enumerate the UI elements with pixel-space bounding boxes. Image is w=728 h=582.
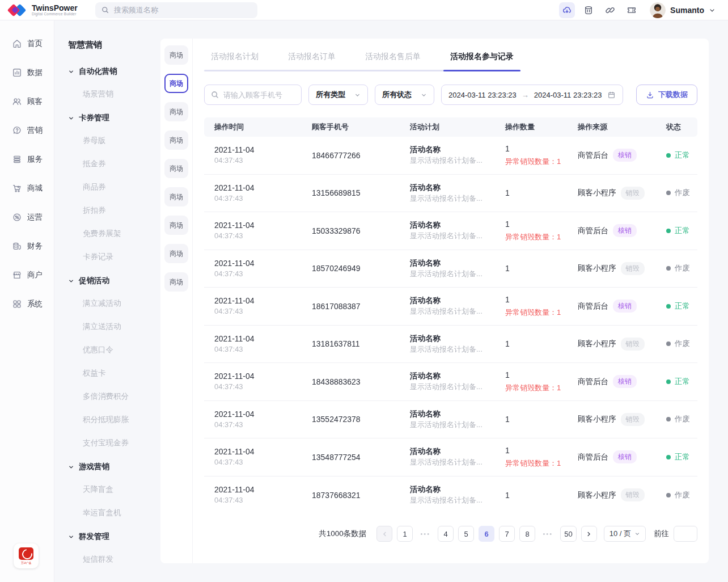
menu-group-header[interactable]: 自动化营销 xyxy=(68,66,160,77)
row-plan-title: 活动名称 xyxy=(410,371,505,381)
user-menu[interactable]: Sumanto xyxy=(650,2,716,18)
page-button-1[interactable]: 1 xyxy=(397,526,413,542)
menu-item[interactable]: 商品券 xyxy=(68,182,160,193)
primary-nav-item[interactable]: 顾客 xyxy=(0,95,54,108)
menu-item[interactable]: 优惠口令 xyxy=(68,345,160,356)
global-search-input[interactable] xyxy=(114,6,252,14)
menu-item[interactable]: 卡券记录 xyxy=(68,252,160,263)
menu-item[interactable]: 折扣券 xyxy=(68,205,160,217)
cell-plan: 活动名称 显示活动报名计划备... xyxy=(410,296,505,317)
menu-item[interactable]: 幸运盲盒机 xyxy=(68,508,160,519)
table-row: 2021-11-04 04:37:43 18617088387 活动名称 显示活… xyxy=(204,288,697,326)
next-page-button[interactable] xyxy=(581,526,597,542)
tab-活动报名售后单[interactable]: 活动报名售后单 xyxy=(358,48,428,71)
primary-nav-item[interactable]: 数据 xyxy=(0,66,54,79)
row-plan-sub: 显示活动报名计划备... xyxy=(410,344,505,355)
page-button-8[interactable]: 8 xyxy=(519,526,535,542)
global-search[interactable] xyxy=(95,2,257,18)
page-ellipsis[interactable]: ••• xyxy=(417,530,433,537)
status-select[interactable]: 所有状态 xyxy=(375,85,434,105)
menu-group-header[interactable]: 卡券管理 xyxy=(68,112,160,124)
menu-group-header[interactable]: 游戏营销 xyxy=(68,461,160,473)
page-button-4[interactable]: 4 xyxy=(438,526,454,542)
mall-badge[interactable]: 商场 xyxy=(164,159,188,178)
page-button-5[interactable]: 5 xyxy=(458,526,474,542)
row-date: 2021-11-04 xyxy=(214,334,312,344)
page-button-50[interactable]: 50 xyxy=(560,526,576,542)
type-select[interactable]: 所有类型 xyxy=(308,85,368,105)
row-qty: 1 xyxy=(505,263,578,273)
row-source-badge: 核销 xyxy=(613,149,637,162)
tab-活动报名计划[interactable]: 活动报名计划 xyxy=(204,48,265,71)
menu-group-header[interactable]: 群发管理 xyxy=(68,531,160,542)
mall-badge[interactable]: 商场 xyxy=(164,130,188,150)
menu-item[interactable]: 场景营销 xyxy=(68,89,160,100)
primary-nav-item[interactable]: 商城 xyxy=(0,182,54,195)
status-dot-icon xyxy=(666,229,671,233)
date-range-arrow: → xyxy=(522,91,529,99)
page-button-7[interactable]: 7 xyxy=(499,526,515,542)
ticket-button[interactable] xyxy=(624,2,640,18)
row-date: 2021-11-04 xyxy=(214,484,312,495)
prev-page-button[interactable] xyxy=(376,526,392,542)
row-plan-sub: 显示活动报名计划备... xyxy=(410,420,505,430)
page-button-6[interactable]: 6 xyxy=(479,526,494,542)
menu-item[interactable]: 多倍消费积分 xyxy=(68,391,160,403)
row-source: 顾客小程序 xyxy=(578,339,616,349)
status-dot-icon xyxy=(666,153,671,158)
menu-item[interactable]: 满立减活动 xyxy=(68,298,160,310)
mall-badge[interactable]: 商场 xyxy=(164,74,188,93)
service-icon xyxy=(12,154,22,165)
menu-item[interactable]: 抵金券 xyxy=(68,159,160,170)
menu-item[interactable]: 支付宝现金券 xyxy=(68,438,160,449)
phone-search-field[interactable] xyxy=(204,85,302,105)
user-name: Sumanto xyxy=(670,6,704,15)
mall-badge[interactable]: 商场 xyxy=(164,45,188,65)
link-button[interactable] xyxy=(602,2,618,18)
page-size-select[interactable]: 10 / 页 xyxy=(604,526,646,542)
menu-group-header[interactable]: 促销活动 xyxy=(68,275,160,286)
col-header: 状态 xyxy=(666,122,697,132)
primary-nav-item[interactable]: 财务 xyxy=(0,240,54,252)
database-button[interactable] xyxy=(581,2,596,18)
row-qty-alert: 异常销毁数量：1 xyxy=(505,307,578,318)
date-range-picker[interactable]: 2024-03-11 23:23:23 → 2024-03-11 23:23:2… xyxy=(441,85,623,105)
cell-source: 商管后台 核销 xyxy=(578,224,666,237)
mall-badge[interactable]: 商场 xyxy=(164,244,188,263)
cell-status: 正常 xyxy=(666,226,697,236)
goto-page-input[interactable] xyxy=(674,526,697,542)
chevron-down-icon xyxy=(354,92,361,98)
row-source-badge: 销毁 xyxy=(621,338,645,351)
primary-nav-item[interactable]: 首页 xyxy=(0,37,54,50)
download-data-button[interactable]: 下载数据 xyxy=(636,85,697,105)
row-source: 商管后台 xyxy=(578,226,608,236)
primary-nav-item[interactable]: 服务 xyxy=(0,153,54,166)
tab-活动报名订单[interactable]: 活动报名订单 xyxy=(281,48,342,71)
cell-status: 正常 xyxy=(666,377,697,387)
merchant-icon xyxy=(12,270,22,280)
primary-nav-item[interactable]: 运营 xyxy=(0,211,54,223)
menu-item[interactable]: 券母版 xyxy=(68,136,160,147)
menu-item[interactable]: 天降盲盒 xyxy=(68,484,160,496)
link-icon xyxy=(605,5,615,15)
tab-活动报名参与记录[interactable]: 活动报名参与记录 xyxy=(443,48,520,71)
primary-nav-item[interactable]: 营销 xyxy=(0,124,54,137)
mall-badge[interactable]: 商场 xyxy=(164,216,188,235)
mall-badge[interactable]: 商场 xyxy=(164,272,188,292)
row-time: 04:37:43 xyxy=(214,457,312,467)
phone-search-input[interactable] xyxy=(223,91,295,99)
tenant-logo[interactable]: 万达广场 xyxy=(14,543,39,568)
primary-nav-item[interactable]: 系统 xyxy=(0,298,54,310)
cloud-download-button[interactable] xyxy=(559,2,575,18)
page-ellipsis[interactable]: ••• xyxy=(540,530,556,537)
menu-item[interactable]: 积分抵现膨胀 xyxy=(68,415,160,426)
primary-nav-item[interactable]: 商户 xyxy=(0,269,54,281)
menu-item[interactable]: 短信群发 xyxy=(68,554,160,566)
primary-nav-label: 首页 xyxy=(27,39,43,49)
menu-item[interactable]: 权益卡 xyxy=(68,368,160,379)
menu-item[interactable]: 满立送活动 xyxy=(68,322,160,333)
menu-item[interactable]: 免费券展架 xyxy=(68,229,160,240)
mall-badge[interactable]: 商场 xyxy=(164,187,188,206)
mall-badge[interactable]: 商场 xyxy=(164,102,188,121)
download-label: 下载数据 xyxy=(658,90,688,100)
